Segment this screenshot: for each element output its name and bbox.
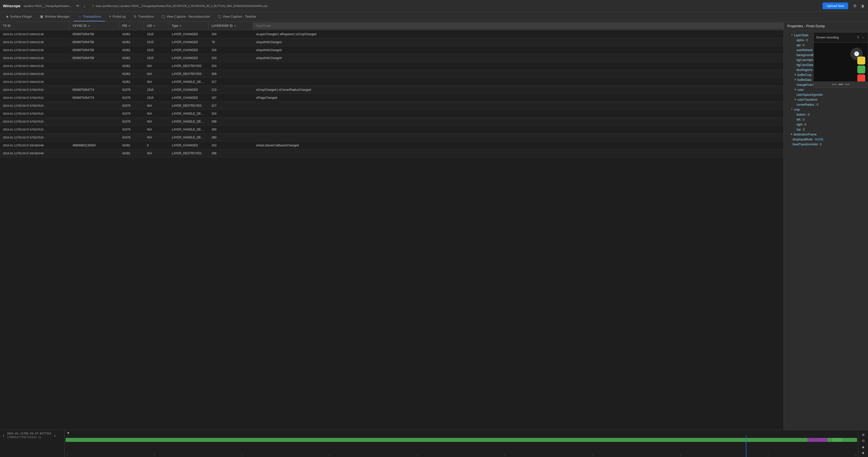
col-header-uid[interactable]: UID ▼ [144,22,169,30]
table-row[interactable]: 2024-01-11T05:59:37.675037615 41076 N/A … [0,110,783,118]
table-row[interactable]: 2024-01-11T05:59:37.658415138 6506875454… [0,46,783,54]
cell-flags: eInputInfoChanged [253,47,783,53]
prop-key: left [797,118,801,121]
props-tree-item[interactable]: • right : 0 [784,122,868,127]
props-tree-item[interactable]: • cornerRadius : 0 [784,102,868,107]
cell-txid: 2024-01-11T05:59:37.658415138 [0,47,69,53]
cell-type: LAYER_HANDLE_DESTROYED [169,111,209,117]
props-tree-item[interactable]: ▶ color [784,87,868,92]
cell-uid: N/A [144,151,169,156]
cell-type: LAYER_HANDLE_DESTROYED [169,127,209,132]
props-tree-item[interactable]: • bottom : 0 [784,112,868,117]
table-row[interactable]: 2024-01-11T05:59:37.658415138 41061 N/A … [0,70,783,78]
tab-transitions[interactable]: ⊙ Transitions [130,12,158,21]
props-tree-item[interactable]: ▶ destinationFrame [784,132,868,137]
expand-icon[interactable]: ▶ [795,98,797,100]
settings-button[interactable]: ⚙ [852,2,858,9]
surface-flinger-icon: ◈ [6,14,9,19]
table-row[interactable]: 2024-01-11T05:59:37.691683448 4686668313… [0,141,783,149]
screen-recording-minimize[interactable]: − [861,34,865,40]
timeline-track[interactable]: | | | | | | | | | | [66,436,857,457]
cell-vsync [69,81,119,83]
props-tree-item[interactable]: • colorSpaceAgnostic [784,92,868,97]
props-tree-item[interactable]: ▼ crop [784,107,868,112]
expand-icon[interactable]: ▶ [791,133,793,135]
cell-layer: 316 [209,47,253,53]
props-tree-item[interactable]: • fixedTransformHint : 0 [784,142,868,147]
cell-layer: 317 [209,103,253,108]
scroll-up-btn[interactable]: ▲ [859,444,867,450]
table-row[interactable]: 2024-01-11T05:59:37.675037615 41076 N/A … [0,126,783,133]
props-tree-item[interactable]: • dropInputMode : NONE [784,137,868,142]
trace-info: ↗ trace.perfetto.trace (sandbox-PASS__Ch… [91,4,817,8]
expand-icon[interactable]: ▼ [791,108,793,110]
col-header-type[interactable]: Type ▼ [169,22,209,30]
zoom-in-btn[interactable]: ⊕ [859,432,867,437]
table-row[interactable]: 2024-01-11T05:59:37.658415138 6506875454… [0,30,783,38]
table-row[interactable]: 2024-01-11T05:59:37.675037615 41076 N/A … [0,133,783,141]
table-row[interactable]: 2024-01-11T05:59:37.658415138 6506875454… [0,38,783,46]
expand-icon[interactable]: ▶ [795,73,797,76]
expand-icon: • [795,103,796,105]
edit-button[interactable]: ✏ [75,2,81,9]
cell-uid: 1515 [144,32,169,37]
cell-uid: N/A [144,79,169,85]
cell-vsync: 46866683135054 [69,143,119,148]
table-row[interactable]: 2024-01-11T05:59:37.675037615 6506875454… [0,94,783,102]
cell-uid: 1515 [144,55,169,61]
prop-key: cornerRadius [797,103,814,106]
tab-surface-flinger[interactable]: ◈ Surface Flinger [2,12,36,21]
props-tree-item[interactable]: • left : 0 [784,117,868,122]
expand-icon[interactable]: ▶ [795,78,797,80]
search-input[interactable] [253,23,783,29]
theme-button[interactable]: ◑ [860,2,865,9]
col-header-txid[interactable]: TX ID [0,22,69,30]
table-row[interactable]: 2024-01-11T05:59:37.691683448 41091 N/A … [0,149,783,157]
expand-icon: • [795,58,796,61]
tab-proto-log[interactable]: ≡ ProtoLog [105,12,130,21]
timeline-nav-prev[interactable]: ‹ [2,432,5,439]
vsync-sort-icon: ▼ [88,25,90,27]
timeline-left: ‹ 2024-01-11T05:59:37.6577315 1704952777… [0,430,65,457]
expand-icon[interactable]: ▶ [795,88,797,91]
timeline-cursor [746,436,746,457]
cell-flags [253,105,783,107]
cell-txid: 2024-01-11T05:59:37.675037615 [0,127,69,132]
cell-vsync: 6506875454774 [69,87,119,93]
tab-transactions[interactable]: → Transactions [74,12,105,21]
upload-new-button[interactable]: Upload New [823,2,848,9]
props-tree-item[interactable]: • top : 0 [784,127,868,132]
props-tree-item[interactable]: ▶ colorTransform [784,97,868,102]
tab-view-capture-nexus[interactable]: ▢ View Capture - Nexuslauncher [158,12,214,21]
timeline-main: ▼ | | | | | | | | | | [65,430,858,457]
table-row[interactable]: 2024-01-11T05:59:37.658415138 41061 N/A … [0,78,783,86]
screen-recording-drag[interactable]: ⠿ [856,34,860,40]
timeline-nav-next[interactable]: › [53,432,56,439]
tab-window-manager[interactable]: ▣ Window Manager [36,12,74,21]
col-header-pid[interactable]: PID ▼ [119,22,144,30]
timeline-options-btn[interactable]: ▼ [66,431,70,435]
col-header-layer[interactable]: LAYER/DISP ID ▼ [209,22,253,30]
expand-icon: • [795,123,796,125]
prop-key: bufferCrop [798,73,811,77]
table-row[interactable]: 2024-01-11T05:59:37.675037615 6506875454… [0,86,783,94]
cell-uid: 1515 [144,39,169,45]
cell-layer: 300 [209,127,253,132]
table-row[interactable]: 2024-01-11T05:59:37.658415138 41061 N/A … [0,62,783,70]
download-button[interactable]: ↓ [83,3,86,9]
expand-icon[interactable]: ▼ [791,33,793,36]
cell-flags: eLayerChanged | eReparent | eCropChanged [253,32,783,37]
table-row[interactable]: 2024-01-11T05:59:37.658415138 6506875454… [0,54,783,62]
tab-view-capture-taskbar[interactable]: ▢ View Capture - Taskbar [214,12,260,21]
col-header-vsync[interactable]: VSYNC ID ▼ [69,22,119,30]
cell-type: LAYER_HANDLE_DESTROYED [169,135,209,140]
table-row[interactable]: 2024-01-11T05:59:37.675037615 41076 N/A … [0,118,783,126]
main-content: TX ID VSYNC ID ▼ PID ▼ UID ▼ Type ▼ LAYE… [0,22,868,430]
cell-flags: eInputInfoChanged [253,55,783,61]
scroll-down-btn[interactable]: ▼ [859,451,867,456]
cell-layer: 213 [209,87,253,93]
table-row[interactable]: 2024-01-11T05:59:37.675037615 41076 N/A … [0,102,783,110]
zoom-out-btn[interactable]: ⊖ [859,438,867,443]
cell-txid: 2024-01-11T05:59:37.675037615 [0,135,69,140]
cell-pid: 41061 [119,32,144,37]
